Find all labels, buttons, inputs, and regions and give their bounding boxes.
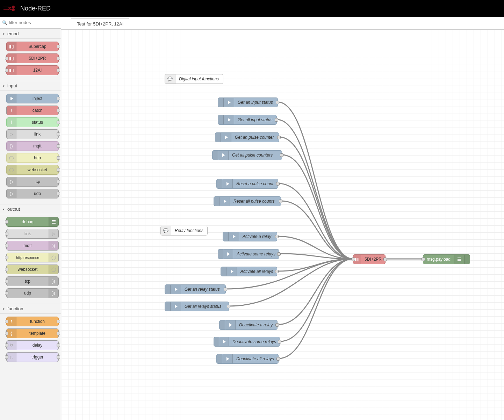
port-out[interactable] — [276, 357, 280, 361]
inject-icon — [222, 354, 233, 363]
inject-button[interactable] — [165, 302, 171, 311]
palette-node-label: udp — [16, 189, 58, 198]
port-out[interactable] — [224, 288, 227, 291]
port-in[interactable] — [422, 258, 425, 261]
palette-node-link-in[interactable]: ▷ link — [6, 129, 59, 139]
filter-nodes-input[interactable] — [9, 20, 59, 25]
palette-node-catch[interactable]: ! catch — [6, 106, 59, 115]
node-label: Deactivate a relay — [236, 323, 276, 327]
palette-node-tcp-in[interactable]: )) tcp — [6, 177, 59, 187]
inject-icon — [218, 151, 229, 160]
palette-node-supercap[interactable]: ▮▯ Supercap — [6, 42, 59, 51]
port-out[interactable] — [383, 258, 387, 261]
chevron-down-icon: ▾ — [3, 208, 5, 211]
inject-reset-pulse-count[interactable]: Reset a pulse count — [216, 179, 278, 189]
palette-node-status[interactable]: ! status — [6, 117, 59, 127]
inject-button[interactable] — [214, 337, 219, 346]
node-debug[interactable]: msg.payload — [423, 254, 470, 264]
palette-node-label: 5DI+2PR — [16, 54, 58, 63]
inject-button[interactable] — [218, 98, 224, 107]
category-input[interactable]: ▾ input — [0, 81, 61, 91]
inject-button[interactable] — [221, 267, 226, 276]
inject-button[interactable] — [165, 285, 171, 294]
comment-node-di[interactable]: 💬 Digital input functions — [165, 74, 223, 84]
port-out[interactable] — [276, 101, 279, 104]
port-out[interactable] — [275, 118, 278, 122]
palette-node-label: Supercap — [16, 42, 58, 51]
inject-icon — [229, 232, 239, 241]
chevron-down-icon: ▾ — [3, 84, 5, 88]
inject-button[interactable] — [219, 320, 225, 330]
port-out[interactable] — [275, 270, 279, 273]
port-in[interactable] — [352, 258, 355, 261]
inject-get-all-pulse-counters[interactable]: Get all pulse counters — [212, 150, 282, 160]
inject-button[interactable] — [215, 133, 221, 142]
inject-deactivate-some-relays[interactable]: Deactivate some relays — [214, 337, 280, 347]
palette-node-template[interactable]: { template — [6, 328, 59, 338]
palette-node-websocket-out[interactable]: websocket ◯ — [6, 265, 59, 274]
palette-node-function[interactable]: f function — [6, 317, 59, 326]
palette-node-label: tcp — [16, 177, 58, 186]
palette-node-trigger[interactable]: ⎍ trigger — [6, 352, 59, 362]
port-out — [57, 332, 60, 335]
palette-node-5di2pr[interactable]: ▮▯ 5DI+2PR — [6, 53, 59, 63]
port-out[interactable] — [279, 200, 282, 203]
port-out[interactable] — [280, 153, 283, 157]
inject-icon — [224, 98, 234, 107]
palette-node-tcp-out[interactable]: tcp )) — [6, 276, 59, 286]
palette-node-mqtt-out[interactable]: mqtt )) — [6, 241, 59, 251]
inject-button[interactable] — [217, 179, 222, 188]
inject-button[interactable] — [223, 232, 229, 241]
flow-tab[interactable]: Test for 5DI+2PR, 12AI — [71, 18, 129, 29]
palette-node-http-in[interactable]: ◯ http — [6, 153, 59, 163]
inject-button[interactable] — [218, 115, 224, 124]
comment-node-relay[interactable]: 💬 Relay functions — [160, 226, 208, 236]
palette-node-link-out[interactable]: link ▷ — [6, 229, 59, 239]
port-in — [5, 256, 8, 259]
port-out[interactable] — [275, 323, 279, 327]
palette-node-debug[interactable]: debug — [6, 217, 59, 227]
category-output[interactable]: ▾ output — [0, 204, 61, 214]
inject-get-pulse-counter[interactable]: Get an pulse counter — [215, 132, 279, 142]
category-function[interactable]: ▾ function — [0, 304, 61, 314]
palette-node-inject[interactable]: inject — [6, 94, 59, 103]
palette-node-http-response[interactable]: http response ◯ — [6, 253, 59, 262]
port-out[interactable] — [277, 252, 281, 256]
bridge-icon: )) — [7, 177, 16, 186]
inject-activate-relay[interactable]: Activate a relay — [223, 232, 277, 241]
port-in — [5, 343, 8, 347]
palette-node-udp-in[interactable]: )) udp — [6, 189, 59, 198]
inject-deactivate-relay[interactable]: Deactivate a relay — [219, 320, 278, 330]
port-out[interactable] — [276, 182, 280, 186]
flow-canvas[interactable]: 💬 Digital input functions 💬 Relay functi… — [61, 29, 504, 420]
palette-node-label: trigger — [16, 353, 58, 362]
inject-deactivate-all-relays[interactable]: Deactivate all relays — [216, 354, 279, 364]
node-label: Get an input status — [234, 100, 276, 105]
node-5di2pr[interactable]: ▮▯ 5DI+2PR — [353, 254, 386, 264]
inject-get-all-input-status[interactable]: Get all input status — [218, 115, 277, 125]
inject-get-all-relays-status[interactable]: Get all relays status — [165, 302, 229, 311]
palette-node-mqtt-in[interactable]: )) mqtt — [6, 141, 59, 151]
inject-button[interactable] — [214, 197, 219, 206]
palette-node-udp-out[interactable]: udp )) — [6, 288, 59, 298]
port-out[interactable] — [277, 136, 281, 139]
inject-get-relay-status[interactable]: Get an relay status — [165, 284, 226, 294]
port-out[interactable] — [278, 340, 281, 343]
inject-get-input-status[interactable]: Get an input status — [218, 97, 278, 107]
inject-reset-all-pulse[interactable]: Reset all pulse counts — [214, 196, 281, 206]
inject-button[interactable] — [213, 151, 218, 160]
inject-activate-all-relays[interactable]: Activate all relays — [221, 267, 277, 276]
bridge-icon: )) — [49, 289, 58, 298]
inject-activate-some-relays[interactable]: Activate some relays — [218, 249, 279, 259]
port-out — [57, 97, 60, 100]
category-emod[interactable]: ▾ emod — [0, 29, 61, 39]
palette-node-12ai[interactable]: ▮▯ 12AI — [6, 65, 59, 75]
inject-button[interactable] — [217, 354, 222, 363]
port-out[interactable] — [275, 235, 279, 238]
inject-button[interactable] — [218, 249, 223, 259]
palette-scroll[interactable]: ▾ emod ▮▯ Supercap ▮▯ 5DI+2PR ▮▯ — [0, 29, 61, 420]
palette-node-delay[interactable]: ↻ delay — [6, 340, 59, 350]
port-out[interactable] — [227, 305, 230, 308]
palette-node-websocket-in[interactable]: ◯ websocket — [6, 165, 59, 175]
debug-toggle-button[interactable] — [464, 255, 470, 264]
